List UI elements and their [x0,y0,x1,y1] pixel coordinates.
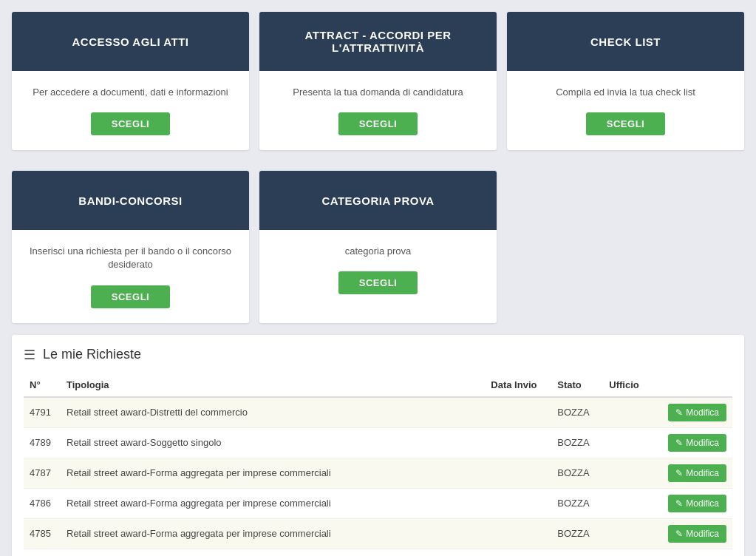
table-row: 4787Retail street award-Forma aggregata … [24,458,732,488]
table-cell-ufficio [603,458,662,488]
table-cell-tipologia: Retail street award-Distretti del commer… [61,397,485,428]
table-cell-stato: BOZZA [551,397,603,428]
table-cell-tipologia: Retail street award-Soggetto singolo [61,427,485,458]
table-cell-ufficio [603,427,662,458]
modifica-button[interactable]: ✎Modifica [668,464,726,482]
table-cell-data [485,518,551,549]
table-cell-data [485,458,551,488]
card-header-attract: ATTRACT - ACCORDI PER L'ATTRATTIVITÀ [259,12,497,71]
table-body: 4791Retail street award-Distretti del co… [24,397,732,549]
card-bandi: BANDI-CONCORSI Inserisci una richiesta p… [12,171,249,322]
table-cell-tipologia: Retail street award-Forma aggregata per … [61,518,485,549]
table-cell-stato: BOZZA [551,488,603,518]
edit-icon: ✎ [675,468,683,478]
table-cell-data [485,427,551,458]
modifica-button[interactable]: ✎Modifica [668,434,726,452]
table-cell-stato: BOZZA [551,458,603,488]
card-header-categoria: CATEGORIA PROVA [259,171,497,230]
table-cell-numero: 4787 [24,458,61,488]
list-icon: ☰ [24,347,35,363]
requests-section: ☰ Le mie Richieste N°TipologiaData Invio… [12,335,744,556]
footer-actions: 🔍 Vedi Tutte [24,549,732,556]
modifica-button[interactable]: ✎Modifica [668,404,726,421]
table-cell-data [485,397,551,428]
table-cell-ufficio [603,518,662,549]
requests-table: N°TipologiaData InvioStatoUfficio 4791Re… [24,373,732,549]
edit-icon: ✎ [675,407,683,418]
card-description-bandi: Inserisci una richiesta per il bando o i… [24,245,237,271]
scegli-button-accesso[interactable]: SCEGLI [91,112,170,135]
card-description-categoria: categoria prova [345,245,412,258]
table-cell-numero: 4789 [24,427,61,458]
table-cell-tipologia: Retail street award-Forma aggregata per … [61,458,485,488]
table-header: N°TipologiaData InvioStatoUfficio [24,373,732,397]
table-header-cell: Data Invio [485,373,551,397]
card-body-accesso: Per accedere a documenti, dati e informa… [12,71,249,150]
edit-icon: ✎ [675,438,683,448]
scegli-button-checklist[interactable]: SCEGLI [586,112,665,135]
modifica-button[interactable]: ✎Modifica [668,525,726,543]
table-cell-action: ✎Modifica [662,427,732,458]
table-header-cell: N° [24,373,61,397]
table-cell-stato: BOZZA [551,518,603,549]
cards-row1: ACCESSO AGLI ATTI Per accedere a documen… [12,12,744,160]
section-title: Le mie Richieste [43,347,141,362]
card-header-accesso: ACCESSO AGLI ATTI [12,12,249,71]
card-description-checklist: Compila ed invia la tua check list [556,86,695,99]
card-categoria: CATEGORIA PROVA categoria prova SCEGLI [259,171,497,322]
table-header-cell: Tipologia [61,373,485,397]
section-title-area: ☰ Le mie Richieste [24,347,732,363]
card-description-accesso: Per accedere a documenti, dati e informa… [33,86,228,99]
table-row: 4786Retail street award-Forma aggregata … [24,488,732,518]
table-cell-numero: 4785 [24,518,61,549]
table-cell-action: ✎Modifica [662,488,732,518]
card-body-checklist: Compila ed invia la tua check list SCEGL… [507,71,744,150]
card-checklist: CHECK LIST Compila ed invia la tua check… [507,12,744,150]
card-header-bandi: BANDI-CONCORSI [12,171,249,230]
table-header-cell [662,373,732,397]
card-description-attract: Presenta la tua domanda di candidatura [293,86,463,99]
scegli-button-attract[interactable]: SCEGLI [338,112,418,135]
card-attract: ATTRACT - ACCORDI PER L'ATTRATTIVITÀ Pre… [259,12,497,150]
table-cell-data [485,488,551,518]
table-cell-action: ✎Modifica [662,397,732,428]
table-cell-numero: 4791 [24,397,61,428]
table-row: 4785Retail street award-Forma aggregata … [24,518,732,549]
table-cell-action: ✎Modifica [662,458,732,488]
card-accesso: ACCESSO AGLI ATTI Per accedere a documen… [12,12,249,150]
table-cell-ufficio [603,397,662,428]
card-body-bandi: Inserisci una richiesta per il bando o i… [12,230,249,322]
scegli-button-bandi[interactable]: SCEGLI [91,285,170,308]
table-cell-ufficio [603,488,662,518]
table-header-cell: Stato [551,373,603,397]
card-header-checklist: CHECK LIST [507,12,744,71]
table-cell-tipologia: Retail street award-Forma aggregata per … [61,488,485,518]
table-cell-numero: 4786 [24,488,61,518]
edit-icon: ✎ [675,498,683,509]
scegli-button-categoria[interactable]: SCEGLI [338,271,418,294]
card-body-categoria: categoria prova SCEGLI [259,230,497,322]
card-body-attract: Presenta la tua domanda di candidatura S… [259,71,497,150]
table-cell-action: ✎Modifica [662,518,732,549]
table-row: 4789Retail street award-Soggetto singolo… [24,427,732,458]
edit-icon: ✎ [675,529,683,539]
table-header-cell: Ufficio [603,373,662,397]
table-cell-stato: BOZZA [551,427,603,458]
table-row: 4791Retail street award-Distretti del co… [24,397,732,428]
cards-row2: BANDI-CONCORSI Inserisci una richiesta p… [12,171,744,322]
modifica-button[interactable]: ✎Modifica [668,495,726,512]
